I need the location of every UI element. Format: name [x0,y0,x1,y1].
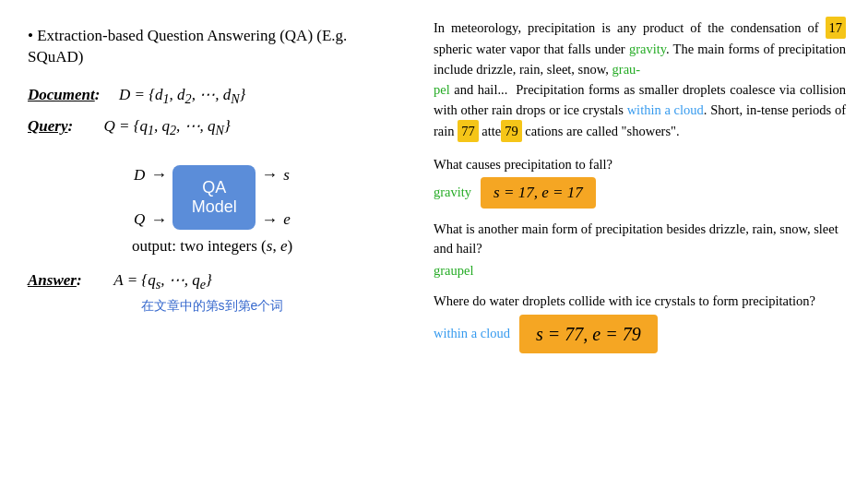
answer-display-3: within a cloud s = 77, e = 79 [434,315,846,353]
answer-line: Answer: A = {qs, ⋯, qe} [28,270,397,292]
query-expr: Q = {q1, q2, ⋯, qN} [84,116,231,138]
arrow-e-icon: → [261,210,278,230]
diagram-inner: D Q → → QA Model → → s e [134,165,291,230]
num-77-highlight: 77 [458,120,479,142]
left-panel: • Extraction-based Question Answering (Q… [0,0,424,501]
question-2: What is another main form of precipitati… [434,220,846,258]
within-cloud-text: within a cloud [627,102,704,117]
gravity-word: gravity [629,42,666,56]
qa-item-3: Where do water droplets collide with ice… [434,292,846,354]
answer-display-1: gravity s = 17, e = 17 [434,177,846,209]
question-3: Where do water droplets collide with ice… [434,292,846,311]
passage-text: In meteorology, precipitation is any pro… [434,17,846,142]
output-line: output: two integers (s, e) [28,237,397,256]
se-labels: s e [283,166,291,229]
answer-label: Answer [28,271,77,290]
passage-end: cations are called "showers". [522,124,680,138]
qa-item-1: What causes precipitation to fall? gravi… [434,155,846,210]
question-1: What causes precipitation to fall? [434,155,846,174]
answer-display-2: graupel [434,261,846,281]
document-line: Document: D = {d1, d2, ⋯, dN} [28,85,397,107]
qa-box-line2: Model [192,197,237,217]
passage-mid5: atte [479,124,502,138]
bullet-content: Extraction-based Question Answering (QA)… [28,27,347,66]
e-label: e [283,210,291,229]
passage-intro: In meteorology, precipitation is any pro… [434,20,826,35]
arrows-left: → → [150,165,167,230]
num-79-highlight: 79 [501,120,522,142]
answer-word-2: graupel [434,261,473,281]
document-label: Document [28,86,95,104]
q-label: Q [134,210,145,229]
qa-model-box: QA Model [172,165,256,230]
num-17-highlight: 17 [826,17,847,39]
query-line: Query: Q = {q1, q2, ⋯, qN} [28,116,397,138]
qa-item-2: What is another main form of precipitati… [434,220,846,283]
qa-box-line1: QA [202,178,226,197]
document-expr: D = {d1, d2, ⋯, dN} [111,85,245,107]
arrow-q-icon: → [150,210,167,230]
chinese-note: 在文章中的第s到第e个词 [28,298,397,315]
answer-expr: A = {qs, ⋯, qe} [99,270,212,292]
arrow-s-icon: → [261,165,278,185]
bullet-text: • Extraction-based Question Answering (Q… [28,26,397,68]
query-colon: : [67,117,73,136]
s-label: s [283,166,291,185]
document-colon: : [95,86,101,104]
dq-labels: D Q [134,166,145,229]
diagram-area: D Q → → QA Model → → s e [28,165,397,230]
right-panel: In meteorology, precipitation is any pro… [424,0,868,501]
arrows-right: → → [261,165,278,230]
answer-formula-3: s = 77, e = 79 [519,315,658,353]
d-label: D [134,166,145,185]
passage-mid1: spheric water vapor that falls under [434,42,629,56]
answer-formula-1: s = 17, e = 17 [481,177,596,209]
query-label: Query [28,117,67,136]
answer-word-3: within a cloud [434,324,510,344]
answer-word-1: gravity [434,183,471,203]
arrow-d-icon: → [150,165,167,185]
